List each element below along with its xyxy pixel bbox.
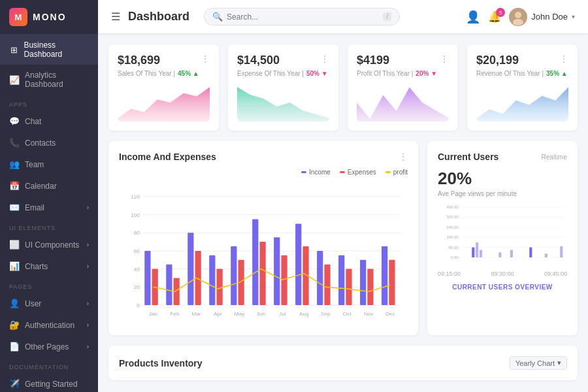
content-area: $18,699 ⋮ Sales Of This Year | 45% ▲ $14…: [98, 34, 588, 392]
svg-text:Nov: Nov: [364, 311, 374, 317]
stat-amount: $20,199: [476, 54, 519, 67]
stat-amount: $4199: [357, 54, 389, 67]
svg-text:100: 100: [131, 212, 140, 218]
svg-rect-71: [480, 250, 482, 257]
profile-icon-btn[interactable]: 👤: [466, 10, 480, 24]
stat-card-2: $4199 ⋮ Profit Of This Year | 20% ▼: [348, 44, 458, 131]
stat-label: Expense Of This Year | 50% ▼: [237, 70, 329, 77]
svg-rect-30: [209, 255, 215, 305]
stat-amount: $14,500: [237, 54, 280, 67]
stat-more-btn[interactable]: ⋮: [559, 54, 568, 64]
sidebar-item-getting-started[interactable]: ✈️ Getting Started: [0, 373, 98, 392]
svg-rect-45: [317, 251, 323, 305]
stat-more-btn[interactable]: ⋮: [440, 54, 449, 64]
email-icon: ✉️: [9, 203, 20, 212]
sidebar-item-label: Chat: [25, 117, 41, 126]
dashboard-icon: ⊞: [9, 45, 18, 55]
realtime-time-labels: 09:15:0009:30:0009:45:00: [438, 270, 567, 277]
svg-rect-75: [545, 253, 547, 257]
svg-rect-42: [295, 223, 301, 305]
chart-legend: Income Expenses profit: [119, 169, 408, 176]
search-input[interactable]: [227, 12, 379, 22]
chart-more-btn[interactable]: ⋮: [399, 152, 408, 162]
svg-text:Jan: Jan: [149, 311, 157, 317]
svg-text:Apr: Apr: [214, 311, 222, 317]
ui-section-label: UI ELEMENTS: [0, 218, 98, 234]
search-bar: 🔍 /: [204, 8, 400, 25]
sidebar-item-user[interactable]: 👤 User ›: [0, 293, 98, 314]
sidebar-item-ui-components[interactable]: ⬜ UI Components ›: [0, 234, 98, 255]
sidebar-item-contacts[interactable]: 📞 Contacts: [0, 132, 98, 154]
chevron-right-icon: ›: [87, 241, 89, 248]
sidebar-item-team[interactable]: 👥 Team: [0, 154, 98, 175]
menu-icon[interactable]: ☰: [111, 10, 120, 23]
sidebar-item-email[interactable]: ✉️ Email ›: [0, 197, 98, 218]
ui-icon: ⬜: [9, 240, 20, 250]
svg-text:400.00: 400.00: [447, 205, 459, 209]
products-header: Products Inventory Yearly Chart ▾: [119, 356, 567, 370]
svg-text:160.00: 160.00: [447, 235, 459, 239]
legend-color: [340, 171, 345, 173]
svg-text:40: 40: [134, 267, 140, 272]
sidebar-item-charts[interactable]: 📊 Charts ›: [0, 255, 98, 277]
current-users-overview-link[interactable]: CURRENT USERS OVERVIEW: [438, 284, 567, 291]
sidebar-item-calendar[interactable]: 📅 Calendar: [0, 175, 98, 197]
stat-more-btn[interactable]: ⋮: [320, 54, 329, 64]
chevron-down-icon: ▾: [557, 359, 561, 367]
svg-rect-55: [389, 260, 395, 305]
svg-rect-46: [324, 265, 330, 305]
svg-text:80.00: 80.00: [449, 246, 459, 250]
realtime-label: Realtime: [542, 154, 567, 161]
sidebar-item-authentication[interactable]: 🔐 Authentication ›: [0, 314, 98, 336]
svg-text:60: 60: [134, 248, 140, 254]
pages-icon: 📄: [9, 342, 20, 351]
svg-text:320.00: 320.00: [447, 215, 459, 219]
charts-row: Income And Expenses ⋮ Income Expenses pr…: [108, 141, 578, 335]
current-sub: Ave Page views per minute: [438, 190, 567, 197]
legend-color: [385, 171, 391, 173]
svg-text:0: 0: [137, 302, 140, 308]
sidebar-item-label: Email: [25, 203, 44, 212]
svg-text:Mar: Mar: [191, 311, 201, 317]
chevron-right-icon: ›: [87, 263, 89, 270]
legend-item: profit: [385, 169, 408, 176]
svg-rect-39: [274, 237, 280, 305]
svg-text:20: 20: [134, 284, 140, 290]
contacts-icon: 📞: [9, 138, 20, 148]
user-info[interactable]: John Doe ▾: [509, 8, 575, 26]
sidebar-item-chat[interactable]: 💬 Chat: [0, 110, 98, 132]
plane-icon: ✈️: [9, 379, 20, 389]
svg-rect-36: [252, 219, 258, 305]
legend-label: Expenses: [348, 169, 376, 176]
stat-sparkline: [357, 82, 449, 122]
svg-rect-33: [231, 246, 237, 305]
stat-card-top: $4199 ⋮: [357, 54, 449, 67]
sidebar-item-other-pages[interactable]: 📄 Other Pages ›: [0, 336, 98, 357]
sidebar-item-business-dashboard[interactable]: ⊞ Business Dashboard: [0, 35, 98, 65]
stat-more-btn[interactable]: ⋮: [201, 54, 210, 64]
docs-section-label: DOCUMENTATION: [0, 357, 98, 373]
svg-rect-69: [472, 248, 474, 257]
stat-amount: $18,699: [118, 54, 160, 67]
page-title: Dashboard: [128, 10, 189, 24]
header-actions: 👤 🔔 5 John Doe ▾: [466, 8, 575, 26]
avatar: [509, 8, 527, 26]
stat-card-3: $20,199 ⋮ Revenue Of This Year | 35% ▲: [467, 44, 578, 131]
notification-bell-btn[interactable]: 🔔 5: [488, 10, 501, 23]
stat-pct: 20% ▼: [416, 70, 437, 77]
sidebar-item-label: Team: [25, 160, 44, 169]
legend-item: Income: [301, 169, 331, 176]
products-title: Products Inventory: [119, 358, 203, 368]
logo-icon: M: [9, 8, 27, 26]
svg-marker-3: [118, 86, 210, 122]
svg-rect-54: [382, 246, 387, 305]
svg-rect-76: [560, 246, 563, 257]
logo-text: MONO: [33, 12, 67, 22]
chevron-right-icon: ›: [87, 300, 89, 307]
svg-rect-70: [476, 242, 478, 257]
stat-pct: 45% ▲: [178, 70, 199, 77]
sidebar-item-analytics-dashboard[interactable]: 📈 Analytics Dashboard: [0, 65, 98, 95]
yearly-chart-select[interactable]: Yearly Chart ▾: [510, 356, 567, 370]
svg-text:Jul: Jul: [279, 311, 286, 317]
search-icon: 🔍: [212, 12, 223, 22]
